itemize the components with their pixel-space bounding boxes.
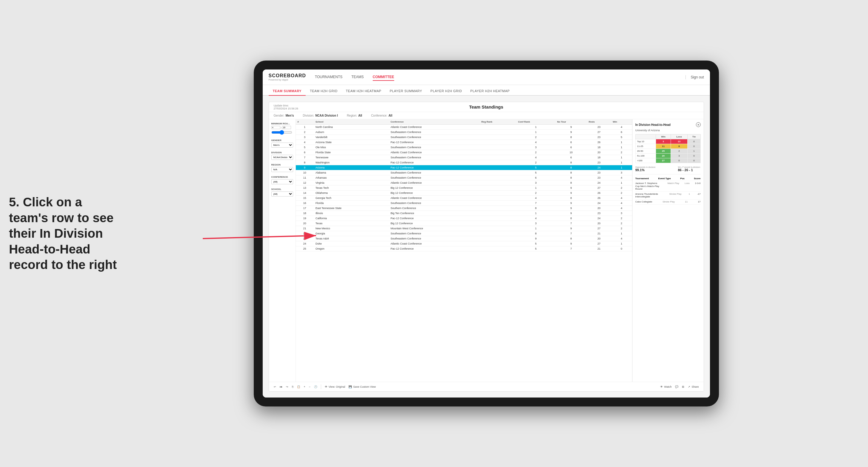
cell-no-tour: 9 — [555, 241, 587, 246]
h2h-label-gt100: >100 — [636, 158, 656, 163]
close-panel-button[interactable]: ✕ — [696, 122, 701, 127]
cell-conference: Pac-12 Conference — [389, 165, 479, 170]
step-back-button[interactable]: ⏮ — [280, 385, 282, 388]
table-row[interactable]: 25 Oregon Pac-12 Conference 5 7 21 0 — [296, 246, 632, 251]
subnav-team-h2h-heatmap[interactable]: TEAM H2H HEATMAP — [342, 87, 385, 96]
cell-rnds: 20 — [587, 221, 611, 226]
subnav-player-h2h-grid[interactable]: PLAYER H2H GRID — [426, 87, 466, 96]
copy-button[interactable]: ⎘ — [292, 385, 293, 388]
h2h-row-51-100[interactable]: 51-100 20 3 0 — [636, 154, 701, 158]
redo-button[interactable]: ↪ — [286, 385, 288, 388]
table-row[interactable]: 14 Oklahoma Big 12 Conference 2 9 26 2 — [296, 191, 632, 196]
min-rounds-from-input[interactable] — [271, 126, 280, 129]
cell-rnds: 23 — [587, 160, 611, 165]
paste-button[interactable]: 📋 — [297, 385, 300, 388]
table-row[interactable]: 4 Arizona State Pac-12 Conference 4 6 26… — [296, 140, 632, 145]
tournament-name-2: Arizona Thunderbirds Intercollegiate — [636, 193, 662, 198]
tournament-row-2[interactable]: Arizona Thunderbirds Intercollegiate Str… — [636, 192, 701, 199]
region-select[interactable]: N/A — [271, 167, 293, 172]
cell-rank: 25 — [296, 246, 314, 251]
sub-nav: TEAM SUMMARY TEAM H2H GRID TEAM H2H HEAT… — [263, 85, 710, 96]
school-select[interactable]: (All) — [271, 191, 293, 196]
table-row[interactable]: 17 East Tennessee State Southern Confere… — [296, 206, 632, 211]
table-row[interactable]: 6 Florida State Atlantic Coast Conferenc… — [296, 150, 632, 155]
undo-button[interactable]: ↩ — [274, 385, 276, 388]
cell-conf-rank: 7 — [516, 201, 555, 206]
share-button[interactable]: ↗ Share — [688, 385, 699, 388]
table-row[interactable]: 1 North Carolina Atlantic Coast Conferen… — [296, 125, 632, 130]
tournament-col-label: Tournament — [636, 177, 649, 180]
subnav-player-h2h-heatmap[interactable]: PLAYER H2H HEATMAP — [466, 87, 514, 96]
nav-committee[interactable]: COMMITTEE — [373, 74, 394, 81]
cell-school: Georgia Tech — [314, 196, 389, 201]
cell-reg-rank — [479, 226, 516, 231]
table-row[interactable]: 12 Virginia Atlantic Coast Conference 3 … — [296, 180, 632, 186]
table-row[interactable]: 16 Florida Southeastern Conference 7 9 2… — [296, 201, 632, 206]
cell-conference: Big 12 Conference — [389, 191, 479, 196]
h2h-row-top10[interactable]: Top 10 3 13 0 — [636, 139, 701, 144]
cell-win: 1 — [611, 231, 632, 236]
wlt-value: 86 - 26 - 1 — [678, 168, 701, 172]
save-custom-button[interactable]: 💾 Save Custom View — [348, 385, 376, 388]
cell-reg-rank — [479, 191, 516, 196]
table-row[interactable]: 23 Texas A&M Southeastern Conference 9 8… — [296, 236, 632, 241]
table-row[interactable]: 13 Texas Tech Big 12 Conference 1 9 27 2 — [296, 186, 632, 191]
table-row[interactable]: 9 Arizona Pac-12 Conference 5 8 24 1 — [296, 165, 632, 170]
subnav-team-summary[interactable]: TEAM SUMMARY — [269, 87, 306, 96]
table-row[interactable]: 24 Duke Atlantic Coast Conference 5 9 27… — [296, 241, 632, 246]
table-row[interactable]: 11 Arkansas Southeastern Conference 6 8 … — [296, 175, 632, 180]
table-row[interactable]: 10 Alabama Southeastern Conference 5 8 2… — [296, 170, 632, 175]
cell-no-tour: 9 — [555, 191, 587, 196]
tournament-row-3[interactable]: Cabo Collegiate Stroke Play 11 17 — [636, 199, 701, 205]
h2h-row-gt100[interactable]: >100 27 0 0 — [636, 158, 701, 163]
table-row[interactable]: 3 Vanderbilt Southeastern Conference 2 8… — [296, 135, 632, 140]
table-row[interactable]: 2 Auburn Southeastern Conference 1 9 27 … — [296, 130, 632, 135]
pos-col-label: Pos — [680, 177, 685, 180]
subnav-player-summary[interactable]: PLAYER SUMMARY — [385, 87, 426, 96]
subnav-team-h2h-grid[interactable]: TEAM H2H GRID — [306, 87, 342, 96]
cell-no-tour: 6 — [555, 140, 587, 145]
watch-button[interactable]: 👁 Watch — [660, 385, 672, 388]
cell-reg-rank — [479, 140, 516, 145]
table-row[interactable]: 8 Washington Pac-12 Conference 2 8 23 1 — [296, 160, 632, 165]
table-row[interactable]: 18 Illinois Big Ten Conference 1 9 23 3 — [296, 211, 632, 216]
gender-select[interactable]: Men's — [271, 143, 293, 148]
cell-school: Oklahoma — [314, 191, 389, 196]
filter-sidebar: Minimum Rou... - Gender — [269, 119, 296, 382]
table-row[interactable]: 19 California Pac-12 Conference 4 8 24 2 — [296, 216, 632, 221]
conference-select[interactable]: (All) — [271, 179, 293, 184]
cell-school: Oregon — [314, 246, 389, 251]
table-row[interactable]: 20 Texas Big 12 Conference 3 7 20 2 — [296, 221, 632, 226]
h2h-row-26-50[interactable]: 26-50 25 2 1 — [636, 149, 701, 154]
table-row[interactable]: 15 Georgia Tech Atlantic Coast Conferenc… — [296, 196, 632, 201]
cell-reg-rank — [479, 165, 516, 170]
table-row[interactable]: 21 New Mexico Mountain West Conference 1… — [296, 226, 632, 231]
view-original-button[interactable]: 👁 View: Original — [325, 385, 345, 388]
h2h-win-11-25: 11 — [656, 144, 671, 149]
min-rounds-to-input[interactable] — [282, 126, 291, 129]
cell-school: Tennessee — [314, 155, 389, 160]
h2h-row-11-25[interactable]: 11-25 11 8 0 — [636, 144, 701, 149]
table-row[interactable]: 7 Tennessee Southeastern Conference 4 6 … — [296, 155, 632, 160]
table-row[interactable]: 22 Georgia Southeastern Conference 8 7 2… — [296, 231, 632, 236]
nav-tournaments[interactable]: TOURNAMENTS — [315, 74, 342, 81]
grid-button[interactable]: ⊞ — [682, 385, 684, 388]
standings-table: # School Conference Reg Rank Conf Rank N… — [296, 119, 632, 251]
sign-out-button[interactable]: Sign out — [685, 75, 704, 79]
minus-button[interactable]: − — [309, 385, 310, 388]
cell-conf-rank: 2 — [516, 150, 555, 155]
cell-conference: Southeastern Conference — [389, 155, 479, 160]
clock-button[interactable]: 🕐 — [314, 385, 317, 388]
min-rounds-slider[interactable] — [271, 130, 292, 135]
division-select[interactable]: NCAA Division I — [271, 155, 293, 160]
cell-school: Texas A&M — [314, 236, 389, 241]
add-button[interactable]: + — [304, 385, 305, 388]
tournament-row-1[interactable]: Jackson T. Stephens Cup Men's Match-Play… — [636, 181, 701, 192]
h2h-win-gt100: 27 — [656, 158, 671, 163]
panel-subtitle: University of Arizona — [636, 129, 701, 132]
table-row[interactable]: 5 Ole Miss Southeastern Conference 3 6 1… — [296, 145, 632, 150]
nav-teams[interactable]: TEAMS — [351, 74, 364, 81]
cell-win: 1 — [611, 145, 632, 150]
cell-school: Duke — [314, 241, 389, 246]
comment-button[interactable]: 💬 — [675, 385, 678, 388]
